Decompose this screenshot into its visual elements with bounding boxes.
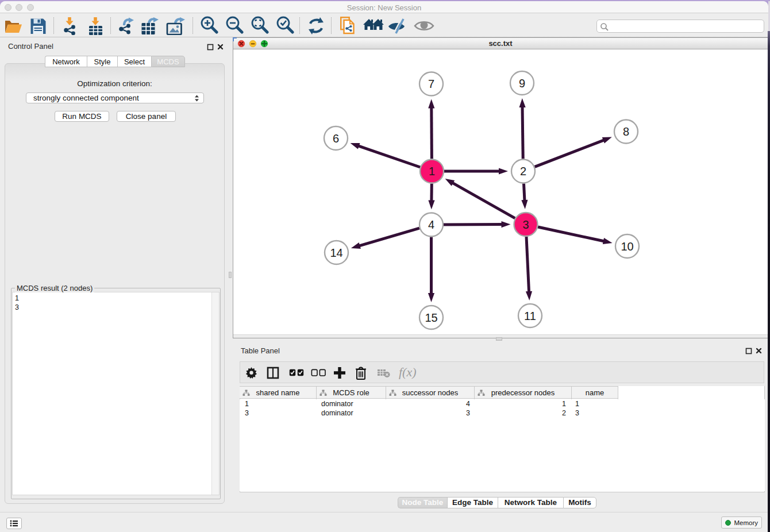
svg-text:4: 4 xyxy=(428,218,434,231)
svg-text:3: 3 xyxy=(522,218,529,231)
svg-text:8: 8 xyxy=(623,125,629,138)
svg-text:15: 15 xyxy=(425,311,437,324)
svg-text:14: 14 xyxy=(330,246,342,259)
svg-text:9: 9 xyxy=(519,77,525,90)
svg-text:1: 1 xyxy=(429,165,435,178)
svg-text:6: 6 xyxy=(333,132,339,145)
svg-text:11: 11 xyxy=(524,310,536,322)
svg-text:2: 2 xyxy=(520,165,526,178)
svg-text:10: 10 xyxy=(621,240,633,253)
svg-text:7: 7 xyxy=(428,78,434,90)
